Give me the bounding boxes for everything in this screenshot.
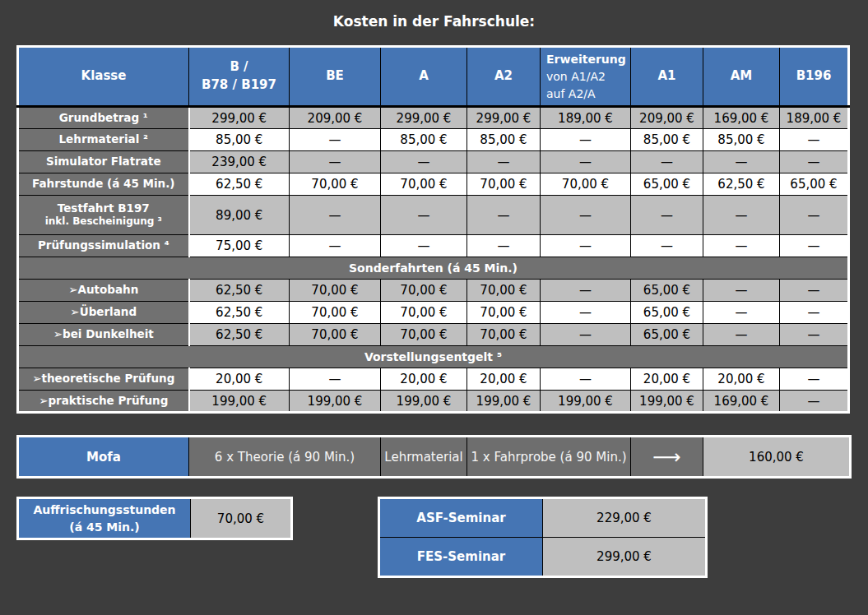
section-row-sonderfahrten: Sonderfahrten (á 45 Min.) [18,257,849,280]
price-cell: 62,50 € [189,324,290,346]
price-cell: — [541,235,631,257]
row-label: Prüfungssimulation ⁴ [18,235,189,257]
price-cell: 65,00 € [780,173,849,196]
mofa-row: Mofa 6 x Theorie (á 90 Min.) Lehrmateria… [18,437,851,478]
mofa-fahrprobe: 1 x Fahrprobe (á 90 Min.) [467,437,631,478]
price-cell: 70,00 € [541,173,631,196]
auffrischung-label: Auffrischungsstunden (á 45 Min.) [18,498,191,539]
header-line: auf A2/A [546,86,628,103]
price-cell: — [381,151,467,173]
price-cell: — [290,368,381,391]
header-col-b196: B196 [780,47,849,107]
price-cell: 70,00 € [290,173,381,196]
price-table-header: Klasse B / B78 / B197 BE A A2 Erweiterun… [18,47,849,107]
price-cell: — [780,196,849,235]
price-cell: 20,00 € [703,368,780,391]
row-label-line1: Testfahrt B197 [58,201,150,215]
price-cell: 299,00 € [381,107,467,129]
price-cell: 65,00 € [631,324,703,346]
price-cell: 70,00 € [381,302,467,324]
price-cell: — [703,235,780,257]
price-table: Klasse B / B78 / B197 BE A A2 Erweiterun… [16,45,850,414]
row-label: ➢theoretische Prüfung [18,368,189,391]
mofa-lehrmaterial: Lehrmaterial [381,437,467,478]
price-cell: — [780,129,849,151]
header-klasse: Klasse [18,47,189,107]
price-cell: 65,00 € [631,280,703,302]
price-cell: 70,00 € [381,173,467,196]
price-cell: — [631,235,703,257]
price-cell: 199,00 € [189,391,290,413]
price-cell: — [541,280,631,302]
header-line: B78 / B197 [192,76,286,95]
price-cell: 62,50 € [189,280,290,302]
price-cell: 189,00 € [780,107,849,129]
price-cell: — [780,280,849,302]
table-row-bei-dunkelheit: ➢bei Dunkelheit 62,50 € 70,00 € 70,00 € … [18,324,849,346]
page: { "title": "Kosten in der Fahrschule:", … [0,0,868,615]
price-cell: — [703,196,780,235]
table-row-lehrmaterial: Lehrmaterial ² 85,00 € — 85,00 € 85,00 €… [18,129,849,151]
table-row-simulator-flatrate: Simulator Flatrate 239,00 € — — — — — — … [18,151,849,173]
price-cell: — [381,196,467,235]
price-cell: 70,00 € [467,280,541,302]
price-cell: — [541,129,631,151]
price-cell: 20,00 € [381,368,467,391]
seminar-row-asf: ASF-Seminar 229,00 € [379,498,707,538]
auffrischung-label-line2: (á 45 Min.) [20,519,189,535]
price-cell: — [541,151,631,173]
price-cell: 199,00 € [381,391,467,413]
table-row-autobahn: ➢Autobahn 62,50 € 70,00 € 70,00 € 70,00 … [18,280,849,302]
price-cell: — [703,151,780,173]
price-cell: — [541,302,631,324]
price-cell: 299,00 € [467,107,541,129]
price-cell: — [780,391,849,413]
auffrischung-row: Auffrischungsstunden (á 45 Min.) 70,00 € [18,498,292,539]
header-col-be: BE [290,47,381,107]
price-cell: 70,00 € [467,302,541,324]
seminar-price: 229,00 € [543,498,707,538]
header-col-b: B / B78 / B197 [189,47,290,107]
price-cell: — [467,151,541,173]
seminar-label: FES-Seminar [379,538,543,577]
price-cell: 20,00 € [189,368,290,391]
price-cell: — [703,324,780,346]
mofa-price: 160,00 € [703,437,851,478]
auffrischung-price: 70,00 € [191,498,292,539]
price-cell: 299,00 € [189,107,290,129]
price-cell: 70,00 € [290,302,381,324]
table-row-fahrstunde: Fahrstunde (á 45 Min.) 62,50 € 70,00 € 7… [18,173,849,196]
header-col-a2: A2 [467,47,541,107]
price-cell: — [703,302,780,324]
seminar-label: ASF-Seminar [379,498,543,538]
price-cell: 209,00 € [631,107,703,129]
header-col-erweiterung: Erweiterung von A1/A2 auf A2/A [541,47,631,107]
price-cell: 169,00 € [703,391,780,413]
price-cell: — [541,324,631,346]
price-cell: 62,50 € [189,302,290,324]
price-cell: 65,00 € [631,173,703,196]
seminar-table: ASF-Seminar 229,00 € FES-Seminar 299,00 … [378,497,708,578]
mofa-label: Mofa [18,437,189,478]
mofa-table: Mofa 6 x Theorie (á 90 Min.) Lehrmateria… [16,435,852,479]
section-title: Sonderfahrten (á 45 Min.) [18,257,849,280]
price-cell: 199,00 € [467,391,541,413]
price-cell: — [780,324,849,346]
price-cell: 70,00 € [290,280,381,302]
price-cell: 70,00 € [381,324,467,346]
row-label: Testfahrt B197 inkl. Bescheinigung ³ [18,196,189,235]
table-row-testfahrt-b197: Testfahrt B197 inkl. Bescheinigung ³ 89,… [18,196,849,235]
price-cell: — [290,235,381,257]
price-cell: — [780,368,849,391]
price-cell: 85,00 € [467,129,541,151]
row-label: Fahrstunde (á 45 Min.) [18,173,189,196]
price-cell: — [541,368,631,391]
seminar-row-fes: FES-Seminar 299,00 € [379,538,707,577]
header-col-a1: A1 [631,47,703,107]
price-cell: — [780,235,849,257]
table-row-pruefungssimulation: Prüfungssimulation ⁴ 75,00 € — — — — — —… [18,235,849,257]
price-cell: 85,00 € [631,129,703,151]
header-line: Erweiterung [546,51,628,68]
price-cell: 189,00 € [541,107,631,129]
price-cell: 70,00 € [290,324,381,346]
